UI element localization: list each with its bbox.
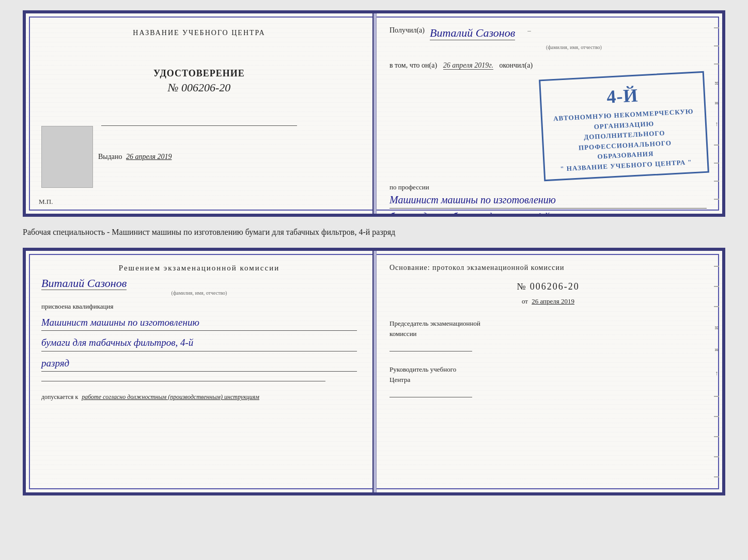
dopuskaetsya-row: допускается к работе согласно должностны… — [41, 393, 357, 401]
cert-bottom-left: Решением экзаменационной комиссии Витали… — [26, 251, 374, 492]
poluchil-row: Получил(а) Виталий Сазонов – — [389, 26, 707, 40]
deco-dash-6 — [714, 181, 719, 182]
stamp-box: 4-й АВТОНОМНУЮ НЕКОММЕРЧЕСКУЮ ОРГАНИЗАЦИ… — [539, 71, 709, 181]
bottom-name-hint: (фамилия, имя, отчество) — [41, 290, 357, 296]
rukovoditel-line1: Руководитель учебного — [389, 364, 707, 375]
dash-spacer: – — [527, 26, 531, 35]
rukovoditel-line2: Центра — [389, 375, 707, 385]
certificate-bottom: Решением экзаменационной комиссии Витали… — [23, 248, 725, 495]
predsedatel-line1: Председатель экзаменационной — [389, 318, 707, 329]
recipient-name: Виталий Сазонов — [430, 26, 515, 40]
right-deco-bottom: и я ← — [711, 251, 722, 492]
b-deco-dash-6 — [714, 436, 719, 437]
cert-date: 26 апреля 2019г. — [443, 61, 493, 70]
right-decorations: и я ← — [711, 13, 722, 214]
b-deco-dash-8 — [714, 476, 719, 477]
predsedatel-block: Председатель экзаменационной комиссии — [389, 318, 707, 351]
mp-label: М.П. — [39, 198, 53, 206]
udostoverenie-label: УДОСТОВЕРЕНИЕ — [153, 68, 245, 79]
photo-placeholder — [41, 126, 93, 188]
recipient-name-hint: (фамилия, имя, отчество) — [441, 44, 707, 50]
bottom-protocol-number: № 006206-20 — [389, 281, 707, 292]
cert-top-left: НАЗВАНИЕ УЧЕБНОГО ЦЕНТРА УДОСТОВЕРЕНИЕ №… — [26, 13, 374, 214]
certificate-top: НАЗВАНИЕ УЧЕБНОГО ЦЕНТРА УДОСТОВЕРЕНИЕ №… — [23, 10, 725, 217]
bottom-name-handwritten: Виталий Сазонов — [41, 277, 127, 290]
vydano-date: 26 апреля 2019 — [126, 153, 172, 161]
ot-row: от 26 апреля 2019 — [389, 297, 707, 306]
bottom-name-block: Виталий Сазонов (фамилия, имя, отчество) — [41, 277, 357, 296]
b-deco-dash-4 — [714, 396, 719, 397]
profession-line2: бумаги для табачных фильтров, 4-й — [389, 209, 707, 217]
po-professii-label: по профессии — [389, 183, 707, 191]
label-between-text: Рабочая специальность - Машинист машины … — [23, 228, 395, 236]
deco-dash-1 — [714, 27, 719, 28]
b-deco-dash-5 — [714, 416, 719, 417]
prisvoena-label: присвоена квалификация — [41, 302, 357, 311]
bottom-profession-line3: разряд — [41, 356, 357, 372]
deco-letter-i: и — [713, 82, 721, 85]
b-deco-dash-7 — [714, 456, 719, 457]
b-deco-arrow: ← — [713, 371, 721, 377]
poluchil-prefix: Получил(а) — [389, 26, 425, 35]
deco-dash-7 — [714, 199, 719, 200]
deco-arrow: ← — [713, 121, 721, 127]
predsedatel-line2: комиссии — [389, 329, 707, 339]
profession-line1: Машинист машины по изготовлению — [389, 191, 707, 209]
cert-bottom-right: Основание: протокол экзаменационной коми… — [374, 251, 722, 492]
label-between: Рабочая специальность - Машинист машины … — [23, 226, 725, 238]
ot-date: 26 апреля 2019 — [532, 297, 574, 305]
predsedatel-signature-line — [389, 341, 472, 351]
bottom-profession-line2: бумаги для табачных фильтров, 4-й — [41, 335, 357, 351]
b-deco-dash-1 — [714, 266, 719, 267]
b-deco-letter-i: и — [713, 326, 721, 329]
vydano-label: Выдано 26 апреля 2019 — [98, 153, 172, 161]
okonchil-suffix: окончил(а) — [499, 61, 533, 69]
rukovoditel-block: Руководитель учебного Центра — [389, 364, 707, 397]
b-deco-dash-3 — [714, 306, 719, 307]
b-deco-letter-ya: я — [713, 348, 721, 351]
cert-number-top: № 006206-20 — [153, 81, 245, 94]
po-professii-block: по профессии Машинист машины по изготовл… — [389, 178, 707, 217]
deco-dash-3 — [714, 63, 719, 65]
rukovoditel-signature-line — [389, 387, 472, 397]
deco-dash-4 — [714, 145, 719, 146]
bottom-profession-line1: Машинист машины по изготовлению — [41, 315, 357, 331]
vtom-row: в том, что он(а) 26 апреля 2019г. окончи… — [389, 61, 707, 70]
deco-letter-ya: я — [713, 102, 721, 105]
deco-dash-5 — [714, 163, 719, 164]
deco-dash-2 — [714, 45, 719, 46]
resheniyem-text: Решением экзаменационной комиссии — [41, 264, 357, 273]
dopuskaetsya-text: работе согласно должностным (производств… — [82, 393, 259, 401]
ot-prefix: от — [522, 297, 528, 305]
b-deco-dash-2 — [714, 286, 719, 287]
training-center-label-top: НАЗВАНИЕ УЧЕБНОГО ЦЕНТРА — [133, 29, 265, 37]
vtom-prefix: в том, что он(а) — [389, 61, 437, 69]
osnovanie-text: Основание: протокол экзаменационной коми… — [389, 264, 707, 272]
cert-top-right: Получил(а) Виталий Сазонов – (фамилия, и… — [374, 13, 722, 214]
dopuskaetsya-prefix: допускается к — [41, 393, 78, 401]
